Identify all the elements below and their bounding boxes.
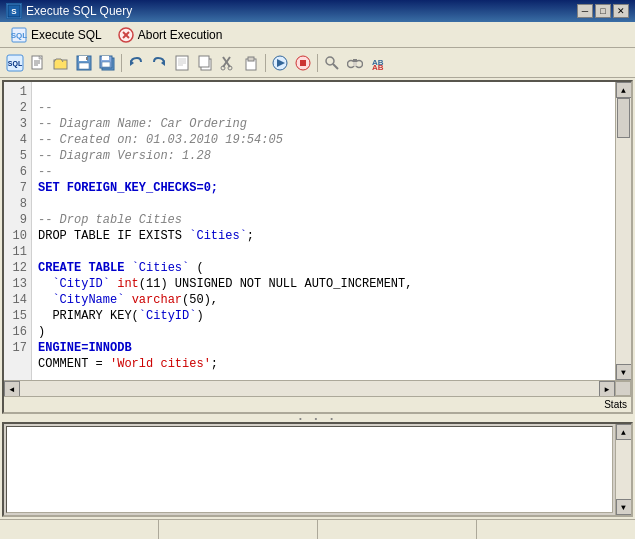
scroll-up-btn[interactable]: ▲ (616, 82, 632, 98)
status-seg-2 (159, 520, 318, 539)
toolbar-run-btn[interactable] (269, 52, 291, 74)
svg-rect-41 (300, 60, 306, 66)
horizontal-scrollbar[interactable]: ◄ ► (4, 381, 615, 397)
scroll-track-v[interactable] (616, 98, 631, 364)
bottom-scrollbar-v[interactable]: ▲ ▼ (615, 424, 631, 515)
svg-rect-37 (248, 57, 254, 61)
status-seg-1 (0, 520, 159, 539)
toolbar-page-btn[interactable] (171, 52, 193, 74)
toolbar-replace-btn[interactable]: AB AB (367, 52, 389, 74)
title-bar-buttons[interactable]: ─ □ ✕ (577, 4, 629, 18)
svg-point-42 (326, 57, 334, 65)
abort-icon (118, 27, 134, 43)
toolbar-sep-2 (265, 54, 266, 72)
close-button[interactable]: ✕ (613, 4, 629, 18)
toolbar-sql-btn[interactable]: SQL (4, 52, 26, 74)
resize-handle[interactable]: • • • (2, 414, 633, 422)
output-area[interactable] (6, 426, 613, 513)
bottom-scroll-up[interactable]: ▲ (616, 424, 632, 440)
toolbar: SQL (0, 48, 635, 78)
execute-sql-icon: SQL (11, 27, 27, 43)
toolbar-cut-btn[interactable] (217, 52, 239, 74)
status-seg-4 (477, 520, 635, 539)
toolbar-save-btn[interactable] (73, 52, 95, 74)
scroll-track-h[interactable] (20, 381, 599, 397)
svg-text:S: S (11, 7, 17, 16)
svg-text:SQL: SQL (11, 31, 27, 40)
toolbar-new-btn[interactable] (27, 52, 49, 74)
bottom-status-bar (0, 519, 635, 539)
svg-rect-47 (353, 59, 357, 62)
execute-sql-label: Execute SQL (31, 28, 102, 42)
restore-button[interactable]: □ (595, 4, 611, 18)
toolbar-sep-3 (317, 54, 318, 72)
line-numbers: 1 2 3 4 5 6 7 8 9 10 11 12 13 14 15 16 1… (4, 82, 32, 380)
sql-editor-wrapper: 1 2 3 4 5 6 7 8 9 10 11 12 13 14 15 16 1… (2, 80, 633, 414)
svg-rect-21 (102, 56, 109, 60)
horizontal-scrollbar-wrapper: ◄ ► (4, 380, 631, 396)
bottom-scroll-track[interactable] (616, 440, 631, 499)
toolbar-copy-btn[interactable] (194, 52, 216, 74)
toolbar-save-all-btn[interactable] (96, 52, 118, 74)
toolbar-stop-btn[interactable] (292, 52, 314, 74)
scroll-right-btn[interactable]: ► (599, 381, 615, 397)
toolbar-paste-btn[interactable] (240, 52, 262, 74)
svg-rect-22 (102, 62, 110, 67)
toolbar-binoculars-btn[interactable] (344, 52, 366, 74)
execute-sql-menu[interactable]: SQL Execute SQL (4, 24, 109, 46)
scroll-left-btn[interactable]: ◄ (4, 381, 20, 397)
window-title: Execute SQL Query (26, 4, 132, 18)
stats-label: Stats (604, 399, 627, 410)
toolbar-undo-btn[interactable] (125, 52, 147, 74)
svg-rect-16 (79, 56, 87, 61)
minimize-button[interactable]: ─ (577, 4, 593, 18)
bottom-panel: ▲ ▼ (2, 422, 633, 517)
editor-status-bar: Stats (4, 396, 631, 412)
title-bar: S Execute SQL Query ─ □ ✕ (0, 0, 635, 22)
svg-rect-46 (353, 62, 357, 66)
code-area[interactable]: -- -- Diagram Name: Car Ordering -- Crea… (32, 82, 615, 380)
toolbar-find-btn[interactable] (321, 52, 343, 74)
scroll-corner (615, 381, 631, 396)
menu-bar: SQL Execute SQL Abort Execution (0, 22, 635, 48)
abort-execution-label: Abort Execution (138, 28, 223, 42)
toolbar-open-btn[interactable] (50, 52, 72, 74)
title-bar-left: S Execute SQL Query (6, 3, 132, 19)
scroll-down-btn[interactable]: ▼ (616, 364, 632, 380)
svg-text:AB: AB (372, 63, 384, 71)
toolbar-sep-1 (121, 54, 122, 72)
main-area: 1 2 3 4 5 6 7 8 9 10 11 12 13 14 15 16 1… (0, 78, 635, 539)
sql-editor-content[interactable]: 1 2 3 4 5 6 7 8 9 10 11 12 13 14 15 16 1… (4, 82, 631, 380)
svg-line-43 (333, 64, 338, 69)
scroll-thumb-v[interactable] (617, 98, 630, 138)
svg-rect-31 (199, 56, 209, 67)
app-icon: S (6, 3, 22, 19)
svg-rect-18 (86, 57, 88, 60)
svg-rect-17 (79, 63, 89, 69)
bottom-panel-content: ▲ ▼ (4, 424, 631, 515)
abort-execution-menu[interactable]: Abort Execution (111, 24, 230, 46)
vertical-scrollbar[interactable]: ▲ ▼ (615, 82, 631, 380)
svg-text:SQL: SQL (8, 60, 23, 68)
bottom-scroll-down[interactable]: ▼ (616, 499, 632, 515)
status-seg-3 (318, 520, 477, 539)
toolbar-redo-btn[interactable] (148, 52, 170, 74)
